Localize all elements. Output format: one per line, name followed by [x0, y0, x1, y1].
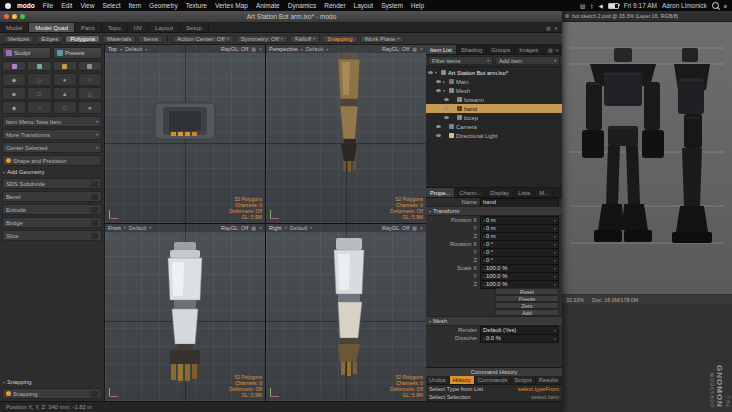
- shading-style-dropdown[interactable]: Default: [290, 225, 307, 231]
- tool-tab-basic[interactable]: [2, 61, 26, 71]
- zero-button[interactable]: Zero: [495, 302, 559, 309]
- shading-style-dropdown[interactable]: Default: [306, 46, 323, 52]
- viewport-close-icon[interactable]: ×: [420, 46, 423, 52]
- tab-channels[interactable]: Chann...: [455, 188, 486, 197]
- viewport-name[interactable]: Right: [269, 225, 282, 231]
- extrude-tool[interactable]: Extrude: [2, 204, 102, 215]
- command-history-title[interactable]: Command History: [426, 368, 562, 376]
- action-center-dropdown[interactable]: Action Center: Off▾: [172, 35, 234, 43]
- add-button[interactable]: Add: [495, 309, 559, 316]
- cube-primitive-icon[interactable]: ■: [2, 87, 26, 100]
- cone-primitive-icon[interactable]: △: [78, 87, 102, 100]
- raygl-toggle[interactable]: RayGL: Off: [382, 46, 409, 52]
- sds-subdivide-tool[interactable]: SDS Subdivide: [2, 178, 102, 189]
- menubar-clock[interactable]: Fri 9:17 AM: [624, 2, 657, 9]
- viewport-perspective[interactable]: Perspective▾ Default▾ RayGL: Off ▦ ×: [266, 45, 426, 223]
- menu-item[interactable]: Item: [124, 2, 145, 9]
- ps-canvas[interactable]: [562, 22, 732, 294]
- tab-shading[interactable]: Shading: [457, 45, 487, 54]
- tab-item-list[interactable]: Item List: [426, 45, 457, 54]
- mode-edges-button[interactable]: Edges: [36, 35, 63, 43]
- menu-help[interactable]: Help: [407, 2, 428, 9]
- mode-vertices-button[interactable]: Vertices: [3, 35, 34, 43]
- viewport-close-icon[interactable]: ×: [420, 225, 423, 231]
- menu-layout[interactable]: Layout: [350, 2, 378, 9]
- apple-menu-icon[interactable]: [5, 3, 11, 9]
- viewport-name[interactable]: Top: [108, 46, 117, 52]
- item-menu-dropdown[interactable]: Item Menu: New Item▾: [2, 116, 102, 127]
- transform-tool-icon[interactable]: ◆: [2, 73, 26, 86]
- viewport-close-icon[interactable]: ×: [259, 46, 262, 52]
- menu-vertex-map[interactable]: Vertex Map: [211, 2, 252, 9]
- modo-titlebar[interactable]: Art Station Bot arm.lxo* - modo: [0, 11, 562, 23]
- tool-tab-mesh-edit[interactable]: [78, 61, 102, 71]
- close-window-button[interactable]: [4, 14, 9, 19]
- battery-icon[interactable]: [608, 3, 619, 9]
- visibility-eye-icon[interactable]: [436, 89, 441, 92]
- viewport-right[interactable]: Right▾ Default▾ RayGL: Off ▦ ×: [266, 224, 426, 402]
- tool-tab-deform[interactable]: [27, 61, 51, 71]
- viewport-top[interactable]: Top▾ Default▾ RayGL: Off ▦ ×: [105, 45, 265, 223]
- add-item-dropdown[interactable]: Add Item▾: [495, 56, 560, 65]
- menu-view[interactable]: View: [76, 2, 98, 9]
- tree-row-scene[interactable]: ▾ Art Station Bot arm.lxo*: [426, 68, 562, 77]
- viewport-name[interactable]: Perspective: [269, 46, 298, 52]
- tree-row-hand[interactable]: hand: [426, 104, 562, 113]
- scale-tool-icon[interactable]: ○: [78, 73, 102, 86]
- raygl-toggle[interactable]: RayGL: Off: [382, 225, 409, 231]
- tab-properties[interactable]: Prope...: [426, 188, 455, 197]
- cylinder-primitive-icon[interactable]: ▲: [53, 87, 77, 100]
- visibility-eye-icon[interactable]: [428, 71, 433, 74]
- raygl-toggle[interactable]: RayGL: Off: [221, 225, 248, 231]
- filter-items-dropdown[interactable]: Filter items▾: [428, 56, 493, 65]
- ps-zoom-level[interactable]: 33.33%: [566, 297, 584, 303]
- volume-icon[interactable]: ◀: [599, 3, 603, 9]
- shading-style-dropdown[interactable]: Default: [129, 225, 146, 231]
- menu-edit[interactable]: Edit: [57, 2, 76, 9]
- panel-options-icon[interactable]: ▦: [548, 47, 553, 53]
- transform-section-header[interactable]: Transform: [426, 206, 562, 216]
- tab-paint[interactable]: Paint: [75, 23, 102, 32]
- tree-row-main[interactable]: ▸ Main: [426, 77, 562, 86]
- tree-row-directional-light[interactable]: Directional Light: [426, 131, 562, 140]
- tab-results[interactable]: Results: [536, 376, 562, 384]
- center-selected-dropdown[interactable]: Center Selected▾: [2, 142, 102, 153]
- menubar-user[interactable]: Aaron Limonick: [662, 2, 707, 9]
- mode-items-button[interactable]: Items: [138, 35, 163, 43]
- viewport-options-icon[interactable]: ▦: [251, 225, 256, 231]
- tree-row-bicep[interactable]: bicep: [426, 113, 562, 122]
- app-menu-modo[interactable]: modo: [13, 2, 39, 9]
- mode-polygons-button[interactable]: Polygons: [65, 35, 100, 43]
- rotate-tool-icon[interactable]: ●: [53, 73, 77, 86]
- visibility-eye-icon[interactable]: [444, 107, 449, 110]
- tab-history[interactable]: History: [450, 376, 475, 384]
- shape-precision-toggle[interactable]: Shape and Precision: [2, 155, 102, 166]
- tab-undos[interactable]: Undos: [426, 376, 450, 384]
- freeze-button[interactable]: Freeze: [495, 295, 559, 302]
- expand-arrow-icon[interactable]: ▾: [435, 70, 439, 75]
- bluetooth-icon[interactable]: ᛒ: [590, 3, 593, 9]
- slice-tool[interactable]: Slice: [2, 230, 102, 241]
- curve-tool-icon[interactable]: ○: [27, 101, 51, 114]
- tab-gear-icon[interactable]: ∗: [554, 25, 558, 31]
- snapping-section-header[interactable]: Snapping: [2, 378, 102, 386]
- move-tool-icon[interactable]: ◇: [27, 73, 51, 86]
- work-plane-dropdown[interactable]: Work Plane▾: [360, 35, 405, 43]
- history-row[interactable]: Select Selection select.item: [426, 393, 562, 401]
- viewport-front[interactable]: Front▾ Default▾ RayGL: Off ▦ ×: [105, 224, 265, 402]
- tab-display[interactable]: Display: [486, 188, 514, 197]
- expand-arrow-icon[interactable]: ▾: [443, 88, 447, 93]
- menu-render[interactable]: Render: [320, 2, 349, 9]
- minimize-window-button[interactable]: [12, 14, 17, 19]
- tab-more[interactable]: M...: [535, 188, 554, 197]
- viewport-options-icon[interactable]: ▦: [251, 46, 256, 52]
- tab-model-quad[interactable]: Model Quad: [29, 23, 75, 32]
- viewport-options-icon[interactable]: ▦: [412, 46, 417, 52]
- capsule-tool-icon[interactable]: ●: [78, 101, 102, 114]
- sculpt-button[interactable]: Sculpt: [2, 47, 51, 59]
- bridge-tool[interactable]: Bridge: [2, 217, 102, 228]
- menu-texture[interactable]: Texture: [182, 2, 211, 9]
- spotlight-search-icon[interactable]: [712, 2, 719, 9]
- photoshop-titlebar[interactable]: bot sketch 2.psd @ 33.3% (Layer 16, RGB/…: [562, 11, 732, 22]
- tool-tab-duplicate[interactable]: [53, 61, 77, 71]
